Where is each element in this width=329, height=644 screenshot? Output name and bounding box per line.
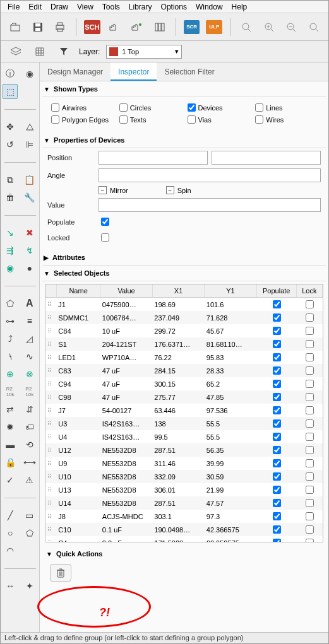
row-lock-checkbox[interactable] (306, 472, 314, 481)
info-tool-icon[interactable]: ⓘ (3, 66, 18, 81)
quickroute-icon[interactable]: ↯ (22, 243, 37, 258)
poly-shape-icon[interactable]: ⬠ (22, 525, 37, 541)
gateswap-tool-icon[interactable]: ⇵ (22, 402, 37, 417)
section-selected-objects[interactable]: ▼Selected Objects (42, 266, 326, 281)
row-populate-checkbox[interactable] (273, 433, 281, 441)
row-populate-checkbox[interactable] (273, 539, 281, 542)
route-multi-icon[interactable]: ⇶ (3, 243, 18, 258)
table-row[interactable]: ⠿U12NE5532D8287.5156.35 (45, 443, 323, 457)
value-input[interactable] (99, 198, 321, 212)
zoom-out-icon[interactable] (283, 18, 299, 36)
ulp-badge[interactable]: ULP (206, 20, 222, 34)
change-tool-icon[interactable]: 🔧 (22, 190, 37, 205)
ripup-tool-icon[interactable]: ✖ (22, 225, 37, 240)
menu-library[interactable]: Library (124, 1, 157, 13)
table-row[interactable]: ⠿J10475900…198.69101.6 (45, 298, 323, 312)
chk-polygon-edges[interactable]: Polygon Edges (51, 115, 117, 124)
net-tool-icon[interactable]: ⊶ (3, 313, 18, 329)
chk-texts[interactable]: Texts (119, 115, 185, 124)
split-tool-icon[interactable]: ⤴ (3, 331, 18, 346)
row-populate-checkbox[interactable] (273, 472, 281, 481)
chk-circles[interactable]: Circles (119, 103, 185, 112)
row-lock-checkbox[interactable] (306, 459, 314, 467)
label-tool-icon[interactable]: 🏷 (22, 419, 37, 435)
chk-vias[interactable]: Vias (188, 115, 253, 124)
row-populate-checkbox[interactable] (273, 366, 281, 375)
dim-linear-icon[interactable]: ↔ (3, 578, 18, 594)
row-populate-checkbox[interactable] (273, 459, 281, 467)
manufacturing-icon[interactable] (107, 18, 123, 36)
pinswap-tool-icon[interactable]: ⇄ (3, 402, 18, 417)
meander-tool-icon[interactable]: ∿ (22, 349, 37, 364)
row-lock-checkbox[interactable] (306, 300, 314, 308)
chk-devices[interactable]: Devices (188, 103, 253, 112)
bus-tool-icon[interactable]: ≡ (22, 313, 37, 329)
rotate-tool-icon[interactable]: ↺ (3, 137, 18, 152)
table-row[interactable]: ⠿SDMMC11006784…237.04971.628 (45, 311, 323, 324)
filter-icon[interactable] (55, 43, 73, 61)
route-tool-icon[interactable]: ↘ (3, 225, 18, 240)
row-lock-checkbox[interactable] (306, 539, 314, 542)
table-row[interactable]: ⠿U14NE5532D8287.5147.57 (45, 496, 323, 510)
table-row[interactable]: ⠿U9NE5532D8311.4639.99 (45, 457, 323, 470)
table-row[interactable]: ⠿U4IS42S163…99.555.5 (45, 430, 323, 443)
row-populate-checkbox[interactable] (273, 406, 281, 414)
mark-tool-icon[interactable]: ✦ (22, 578, 37, 594)
col-lock[interactable]: Lock (296, 284, 322, 298)
row-populate-checkbox[interactable] (273, 525, 281, 534)
add-part-icon[interactable]: ⊕ (3, 366, 18, 382)
row-lock-checkbox[interactable] (306, 327, 314, 335)
row-lock-checkbox[interactable] (306, 433, 314, 441)
menu-file[interactable]: File (3, 1, 24, 13)
paint-tool-icon[interactable]: ▬ (3, 437, 18, 452)
zoom-redraw-icon[interactable] (306, 18, 322, 36)
col-x1[interactable]: X1 (152, 284, 204, 298)
menu-options[interactable]: Options (157, 1, 191, 13)
row-lock-checkbox[interactable] (306, 419, 314, 428)
col-name[interactable]: Name (56, 284, 100, 298)
locked-checkbox[interactable] (101, 233, 109, 242)
table-row[interactable]: ⠿C100.1 uF190.0498…42.366575 (45, 523, 323, 536)
row-populate-checkbox[interactable] (273, 393, 281, 401)
section-quick-actions[interactable]: ▼Quick Actions (45, 546, 323, 561)
paste-tool-icon[interactable]: 📋 (22, 172, 37, 187)
miter-tool-icon[interactable]: ◿ (22, 331, 37, 346)
delete-tool-icon[interactable]: 🗑 (3, 190, 18, 205)
menu-window[interactable]: Window (191, 1, 227, 13)
layer-select[interactable]: 1 Top ▾ (106, 45, 182, 59)
table-row[interactable]: ⠿C8347 uF284.1528.33 (45, 364, 323, 377)
row-lock-checkbox[interactable] (306, 380, 314, 388)
optimize-tool-icon[interactable]: ⟲ (22, 437, 37, 452)
name-tool-icon[interactable]: R210k (3, 384, 18, 399)
group-tool-icon[interactable]: ⬚ (3, 84, 18, 99)
row-populate-checkbox[interactable] (273, 353, 281, 361)
table-row[interactable]: ⠿S1204-121ST176.6371…81.68110… (45, 337, 323, 351)
row-lock-checkbox[interactable] (306, 340, 314, 348)
row-lock-checkbox[interactable] (306, 393, 314, 401)
show-tool-icon[interactable]: ◉ (22, 66, 37, 81)
row-lock-checkbox[interactable] (306, 406, 314, 414)
position-x-input[interactable] (99, 151, 208, 165)
chk-wires[interactable]: Wires (255, 115, 321, 124)
copy-tool-icon[interactable]: ⧉ (3, 172, 18, 187)
populate-checkbox[interactable] (101, 218, 109, 226)
selected-objects-table[interactable]: Name Value X1 Y1 Populate Lock ⠿J1047590… (45, 284, 323, 542)
grid-icon[interactable] (31, 43, 49, 61)
via-tool-icon[interactable]: ◉ (3, 261, 18, 276)
dimension-tool-icon[interactable]: ⟷ (22, 455, 37, 470)
replace-part-icon[interactable]: ⊗ (22, 366, 37, 382)
sch-brd-badge[interactable]: SCH (84, 20, 100, 34)
row-lock-checkbox[interactable] (306, 512, 314, 520)
tab-inspector[interactable]: Inspector (111, 62, 157, 81)
col-y1[interactable]: Y1 (205, 284, 256, 298)
move-tool-icon[interactable]: ✥ (3, 119, 18, 134)
tab-design-manager[interactable]: Design Manager (40, 62, 111, 81)
spin-checkbox[interactable]: − (166, 186, 174, 194)
table-row[interactable]: ⠿U3IS42S163…13855.5 (45, 417, 323, 430)
qa-delete-button[interactable] (50, 564, 71, 582)
table-row[interactable]: ⠿C9447 uF300.1565.2 (45, 377, 323, 390)
lock-tool-icon[interactable]: 🔒 (3, 455, 18, 470)
menu-tools[interactable]: Tools (98, 1, 124, 13)
row-populate-checkbox[interactable] (273, 300, 281, 308)
table-row[interactable]: ⠿LED1WP710A…76.2295.83 (45, 351, 323, 364)
